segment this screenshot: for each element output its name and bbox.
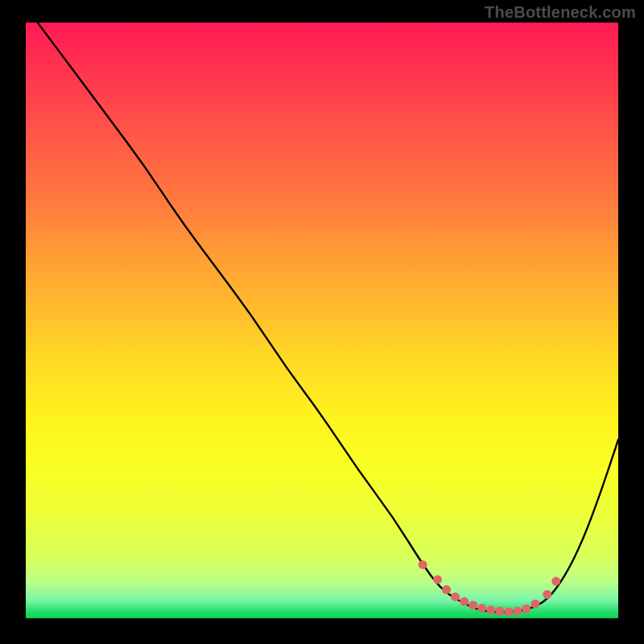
optimal-marker (513, 607, 522, 616)
optimal-marker (433, 575, 442, 584)
chart-svg (26, 23, 618, 618)
optimal-marker (477, 604, 486, 613)
optimal-marker (486, 605, 495, 614)
watermark-text: TheBottleneck.com (485, 3, 636, 22)
optimal-marker (543, 590, 551, 599)
chart-frame: TheBottleneck.com (0, 0, 644, 644)
optimal-markers-group (419, 560, 561, 617)
optimal-marker (451, 592, 460, 601)
optimal-marker (419, 560, 427, 569)
optimal-marker (460, 597, 469, 606)
optimal-marker (469, 601, 477, 609)
optimal-marker (442, 585, 451, 594)
optimal-marker (522, 605, 530, 613)
bottleneck-curve (38, 23, 618, 613)
optimal-marker (531, 600, 540, 609)
optimal-marker (551, 577, 560, 586)
plot-area (26, 23, 618, 618)
optimal-marker (504, 607, 513, 616)
optimal-marker (495, 607, 504, 616)
